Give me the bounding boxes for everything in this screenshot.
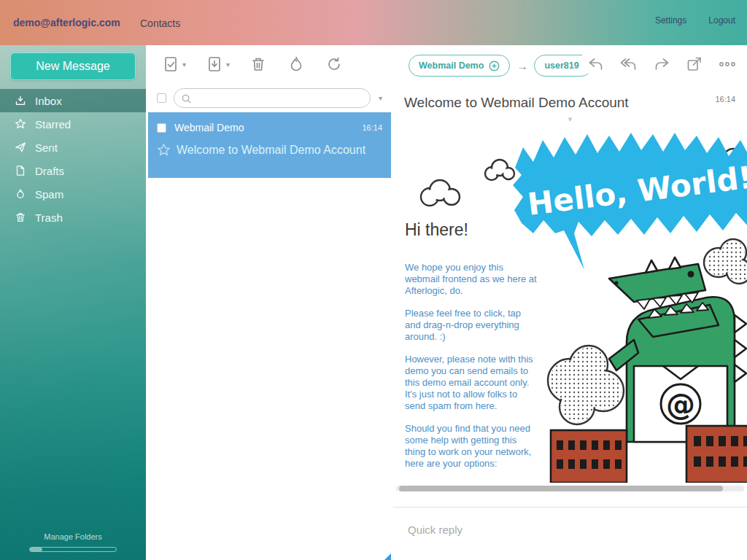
spam-button[interactable] [287,55,306,74]
body-paragraph: Please feel free to click, tap and drag-… [405,308,538,343]
clouds [421,145,747,206]
horizontal-scrollbar-thumb[interactable] [399,486,723,491]
body-paragraph: However, please note with this demo you … [405,354,538,412]
message-checkbox[interactable] [157,123,166,133]
trash-icon [15,211,26,223]
more-dots-icon [718,55,737,74]
folder-label: Inbox [35,95,62,107]
folder-list: Inbox Starred Sent Drafts [0,89,146,229]
folder-label: Starred [35,118,71,131]
flame-icon [287,55,306,74]
move-to-folder-icon [205,55,224,74]
folder-label: Trash [35,211,63,224]
reply-icon [587,55,605,74]
forward-button[interactable] [652,55,671,74]
more-actions-button[interactable] [718,55,737,74]
folder-label: Spam [35,188,63,201]
subject-row: Welcome to Webmail Demo Account 16:14 [393,86,747,111]
message-view-pane: Webmail Demo → user819 [393,45,747,560]
forward-icon [652,55,671,74]
sidebar-item-sent[interactable]: Sent [0,136,146,159]
message-row-top: Webmail Demo 16:14 [157,122,391,133]
select-all-checkbox[interactable] [157,93,166,103]
to-arrow-icon: → [516,60,527,72]
manage-folders-link[interactable]: Manage Folders [0,532,146,541]
folder-label: Sent [35,141,58,154]
from-chip[interactable]: Webmail Demo [409,55,510,77]
message-sender: Webmail Demo [174,122,244,133]
list-resize-handle[interactable] [384,553,391,560]
flame-icon [15,188,26,200]
quota-bar [29,547,117,552]
sidebar-item-drafts[interactable]: Drafts [0,159,146,182]
delete-button[interactable] [249,55,268,74]
inbox-icon [15,95,26,106]
mark-read-icon [161,55,180,74]
buildings [551,426,747,483]
account-email[interactable]: demo@afterlogic.com [13,17,120,28]
message-time: 16:14 [362,123,382,132]
reply-all-button[interactable] [619,55,638,74]
quota-fill [30,548,42,551]
message-list-pane: ▾ ▾ ▾ [148,45,391,560]
reply-all-icon [619,55,638,74]
list-toolbar: ▾ ▾ [148,45,391,83]
message-subject: Welcome to Webmail Demo Account [177,144,391,157]
star-icon [15,118,26,130]
sidebar-item-spam[interactable]: Spam [0,182,146,206]
add-contact-icon [489,61,500,71]
search-options-chevron-icon[interactable]: ▾ [379,94,382,102]
sidebar: New Message Inbox Starred Sent [0,45,146,560]
hello-world-bubble: Hello, World! [513,133,747,270]
move-chevron-icon[interactable]: ▾ [226,61,230,69]
afterlogic-webmail-app: demo@afterlogic.com Contacts Settings Lo… [0,0,747,560]
message-view-time: 16:14 [715,95,735,104]
quick-reply-placeholder: Quick reply [408,524,462,536]
search-icon [181,93,192,104]
message-row-bottom: Welcome to Webmail Demo Account [157,143,391,157]
search-box[interactable] [174,88,371,108]
mark-read-chevron-icon[interactable]: ▾ [182,61,186,69]
logout-link[interactable]: Logout [708,15,735,26]
sidebar-item-inbox[interactable]: Inbox [0,89,146,112]
from-chip-label: Webmail Demo [419,61,484,71]
trash-icon [249,55,268,74]
body-paragraph: Should you find that you need some help … [405,423,538,470]
bubble-text: Hello, World! [525,159,747,222]
topbar: demo@afterlogic.com Contacts Settings Lo… [0,0,747,45]
message-view-subject: Welcome to Webmail Demo Account [404,95,696,111]
reply-button[interactable] [587,55,605,74]
drafts-icon [15,165,26,176]
to-chip-label: user819 [544,61,578,71]
move-to-folder-button[interactable] [205,55,224,74]
email-heading: Hi there! [405,220,538,240]
search-input[interactable] [195,90,365,106]
collapse-details-chevron-icon[interactable]: ▾ [568,115,573,123]
message-list-item[interactable]: Webmail Demo 16:14 Welcome to Webmail De… [148,112,391,178]
open-in-new-icon [685,55,704,74]
sidebar-item-starred[interactable]: Starred [0,112,146,136]
search-row: ▾ [148,83,391,112]
refresh-button[interactable] [325,55,344,74]
mark-read-button[interactable] [161,55,180,74]
svg-text:@: @ [666,388,695,421]
open-in-new-window-button[interactable] [685,55,704,74]
body-paragraph: We hope you enjoy this webmail frontend … [405,262,538,297]
email-body-text: Hi there! We hope you enjoy this webmail… [405,220,538,481]
contacts-link[interactable]: Contacts [140,18,180,29]
stipple-clouds [548,239,747,424]
sent-icon [15,141,26,153]
star-icon[interactable] [157,143,171,157]
message-actions [582,55,737,74]
horizontal-scrollbar-track[interactable] [396,486,744,491]
quick-reply-input[interactable]: Quick reply [393,507,747,560]
new-message-button[interactable]: New Message [10,52,136,80]
folder-label: Drafts [35,165,64,177]
message-view-header: Webmail Demo → user819 [393,45,747,86]
sidebar-item-trash[interactable]: Trash [0,206,146,229]
message-body: Hello, World! @ [393,124,747,483]
crocodile: @ [609,257,746,442]
topbar-right: Settings Logout [655,15,735,26]
settings-link[interactable]: Settings [655,15,686,26]
refresh-icon [325,55,344,74]
